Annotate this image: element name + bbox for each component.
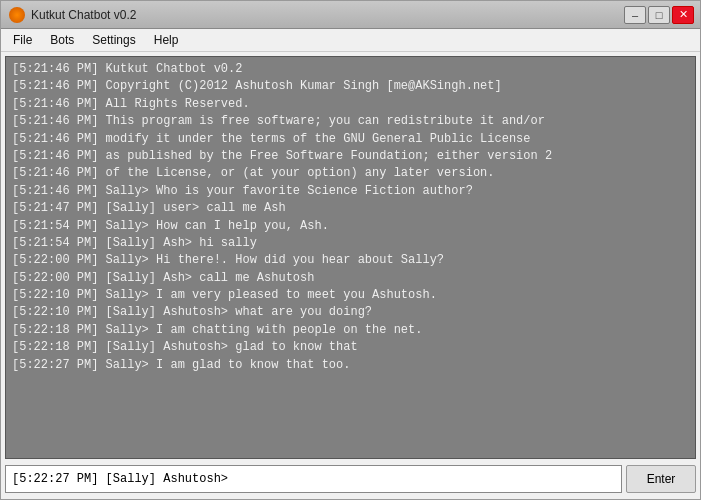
menu-item-file[interactable]: File [5, 31, 40, 49]
close-button[interactable]: ✕ [672, 6, 694, 24]
input-row: Enter [5, 463, 696, 495]
chat-line: [5:21:54 PM] [Sally] Ash> hi sally [12, 235, 689, 252]
title-bar-left: Kutkut Chatbot v0.2 [9, 7, 136, 23]
main-area: [5:21:46 PM] Kutkut Chatbot v0.2[5:21:46… [1, 52, 700, 499]
maximize-button[interactable]: □ [648, 6, 670, 24]
chat-line: [5:22:10 PM] [Sally] Ashutosh> what are … [12, 304, 689, 321]
title-bar-controls: – □ ✕ [624, 6, 694, 24]
menu-bar: FileBotsSettingsHelp [1, 29, 700, 52]
chat-line: [5:21:46 PM] This program is free softwa… [12, 113, 689, 130]
chat-line: [5:21:54 PM] Sally> How can I help you, … [12, 218, 689, 235]
chat-line: [5:21:46 PM] All Rights Reserved. [12, 96, 689, 113]
chat-line: [5:21:46 PM] Kutkut Chatbot v0.2 [12, 61, 689, 78]
chat-line: [5:22:00 PM] [Sally] Ash> call me Ashuto… [12, 270, 689, 287]
chat-line: [5:21:46 PM] as published by the Free So… [12, 148, 689, 165]
menu-item-help[interactable]: Help [146, 31, 187, 49]
chat-line: [5:22:18 PM] [Sally] Ashutosh> glad to k… [12, 339, 689, 356]
chat-display[interactable]: [5:21:46 PM] Kutkut Chatbot v0.2[5:21:46… [5, 56, 696, 459]
chat-line: [5:22:10 PM] Sally> I am very pleased to… [12, 287, 689, 304]
chat-line: [5:21:46 PM] Copyright (C)2012 Ashutosh … [12, 78, 689, 95]
app-icon [9, 7, 25, 23]
title-bar: Kutkut Chatbot v0.2 – □ ✕ [1, 1, 700, 29]
menu-item-settings[interactable]: Settings [84, 31, 143, 49]
chat-line: [5:22:00 PM] Sally> Hi there!. How did y… [12, 252, 689, 269]
minimize-button[interactable]: – [624, 6, 646, 24]
chat-line: [5:22:18 PM] Sally> I am chatting with p… [12, 322, 689, 339]
enter-button[interactable]: Enter [626, 465, 696, 493]
chat-line: [5:22:27 PM] Sally> I am glad to know th… [12, 357, 689, 374]
chat-line: [5:21:46 PM] modify it under the terms o… [12, 131, 689, 148]
chat-line: [5:21:46 PM] of the License, or (at your… [12, 165, 689, 182]
main-window: Kutkut Chatbot v0.2 – □ ✕ FileBotsSettin… [0, 0, 701, 500]
chat-line: [5:21:46 PM] Sally> Who is your favorite… [12, 183, 689, 200]
menu-item-bots[interactable]: Bots [42, 31, 82, 49]
chat-input[interactable] [5, 465, 622, 493]
chat-line: [5:21:47 PM] [Sally] user> call me Ash [12, 200, 689, 217]
window-title: Kutkut Chatbot v0.2 [31, 8, 136, 22]
